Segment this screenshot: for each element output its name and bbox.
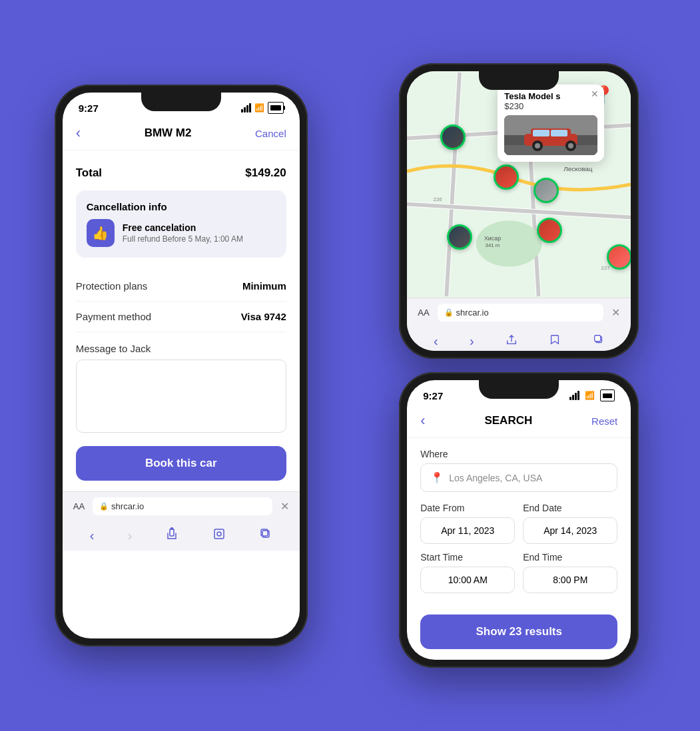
svg-point-31: [568, 143, 573, 148]
popup-price: $230: [504, 101, 597, 111]
svg-rect-0: [170, 529, 174, 536]
book-button[interactable]: Book this car: [76, 446, 286, 481]
free-cancellation-text: Free cancelation: [123, 222, 243, 233]
safari-nav-right-top: ‹ ›: [407, 327, 631, 351]
safari-url-left: shrcar.io: [111, 501, 144, 511]
svg-rect-33: [594, 336, 600, 342]
message-label: Message to Jack: [76, 343, 286, 354]
car-marker-6[interactable]: [607, 244, 631, 270]
popup-car-image: [504, 115, 597, 155]
total-amount: $149.20: [245, 166, 286, 180]
cancel-button-left[interactable]: Cancel: [255, 128, 286, 139]
show-results-button[interactable]: Show 23 results: [420, 614, 617, 649]
status-icons-left: 📶: [241, 102, 284, 114]
status-bar-left: 9:27 📶: [63, 93, 300, 119]
safari-nav-left: ‹ ›: [63, 521, 300, 551]
search-back-button[interactable]: ‹: [420, 412, 425, 429]
location-input[interactable]: 📍 Los Angeles, CA, USA: [420, 463, 617, 492]
map-container: Хисар 341 m Лесковац 158 226 227: [407, 71, 631, 298]
safari-share-left[interactable]: [165, 527, 178, 544]
safari-back-left[interactable]: ‹: [90, 528, 95, 543]
end-date-input[interactable]: Apr 14, 2023: [523, 517, 617, 544]
svg-point-29: [535, 143, 540, 148]
time-grid: Start Time 10:00 AM End Time 8:00 PM: [420, 552, 617, 593]
cancellation-title: Cancellation info: [87, 201, 276, 212]
safari-bar-right-top: AA 🔒 shrcar.io ✕: [407, 298, 631, 327]
car-marker-2[interactable]: [494, 164, 519, 190]
phone-screen-right-top: Хисар 341 m Лесковац 158 226 227: [407, 71, 631, 351]
map-popup: ✕ Tesla Model s $230: [498, 85, 604, 162]
status-bar-bottom: 9:27 📶: [407, 380, 631, 407]
svg-text:226: 226: [434, 196, 443, 202]
svg-point-2: [217, 532, 221, 536]
end-time-label: End Time: [523, 552, 617, 563]
safari-bar-left: AA 🔒 shrcar.io ✕: [63, 491, 300, 521]
nav-bar-left: ‹ BMW M2 Cancel: [63, 119, 300, 150]
end-date-label: End Date: [523, 503, 617, 513]
right-column: Хисар 341 m Лесковац 158 226 227: [358, 63, 681, 668]
safari-back-right-top[interactable]: ‹: [434, 334, 438, 349]
wifi-icon-bottom: 📶: [585, 391, 595, 400]
signal-icon: [241, 103, 251, 113]
booking-content: Total $149.20 Cancellation info 👍 Free c…: [63, 150, 300, 491]
thumb-icon: 👍: [87, 219, 115, 247]
phone-screen-right-bottom: 9:27 📶: [407, 380, 631, 660]
total-row: Total $149.20: [76, 161, 286, 190]
refund-info-text: Full refund Before 5 May, 1:00 AM: [123, 234, 243, 244]
protection-row: Protection plans Minimum: [76, 271, 286, 302]
where-label: Where: [420, 449, 617, 459]
safari-tabs-left[interactable]: [259, 527, 272, 544]
search-nav-bar: ‹ SEARCH Reset: [407, 407, 631, 438]
safari-forward-right-top[interactable]: ›: [470, 334, 474, 349]
cancellation-text: Free cancelation Full refund Before 5 Ma…: [123, 222, 243, 244]
start-time-value: 10:00 AM: [430, 575, 505, 585]
car-marker-1[interactable]: [440, 124, 466, 150]
left-phone: 9:27 📶: [20, 20, 342, 711]
date-from-label: Date From: [420, 503, 515, 513]
svg-text:341 m: 341 m: [486, 242, 500, 248]
safari-bookmarks-right-top[interactable]: [549, 334, 561, 349]
end-time-section: End Time 8:00 PM: [523, 552, 617, 593]
safari-aa-left[interactable]: AA: [73, 501, 85, 511]
start-time-label: Start Time: [420, 552, 515, 563]
protection-label: Protection plans: [76, 280, 148, 292]
cancellation-detail: 👍 Free cancelation Full refund Before 5 …: [87, 219, 276, 247]
search-content: Where 📍 Los Angeles, CA, USA Date From A…: [407, 438, 631, 660]
car-marker-4[interactable]: [537, 218, 562, 243]
svg-rect-26: [533, 130, 549, 136]
payment-value: Visa 9742: [241, 311, 286, 322]
popup-close-btn[interactable]: ✕: [591, 89, 599, 99]
car-marker-5[interactable]: [447, 224, 472, 250]
safari-forward-left[interactable]: ›: [128, 528, 133, 543]
safari-aa-right-top[interactable]: AA: [418, 308, 429, 318]
date-from-input[interactable]: Apr 11, 2023: [420, 517, 515, 544]
car-marker-3[interactable]: [533, 178, 559, 203]
safari-url-bar-left[interactable]: 🔒 shrcar.io: [93, 497, 272, 515]
start-time-input[interactable]: 10:00 AM: [420, 567, 515, 593]
nav-title-left: BMW M2: [145, 126, 192, 140]
location-text: Los Angeles, CA, USA: [449, 473, 542, 483]
phone-frame-right-top: Хисар 341 m Лесковац 158 226 227: [399, 63, 639, 359]
back-button-left[interactable]: ‹: [76, 124, 81, 142]
safari-url-bar-right-top[interactable]: 🔒 shrcar.io: [438, 304, 604, 322]
reset-button[interactable]: Reset: [591, 415, 617, 427]
svg-text:Лесковац: Лесковац: [564, 165, 593, 172]
svg-text:227: 227: [601, 265, 610, 271]
protection-value: Minimum: [242, 280, 286, 292]
payment-label: Payment method: [76, 311, 151, 322]
phone-screen-left: 9:27 📶: [63, 93, 300, 638]
map-background: Хисар 341 m Лесковац 158 226 227: [407, 71, 631, 298]
safari-close-left[interactable]: ✕: [280, 500, 289, 513]
message-input[interactable]: [76, 360, 286, 433]
safari-close-right-top[interactable]: ✕: [611, 306, 620, 319]
safari-tabs-right-top[interactable]: [593, 334, 605, 349]
svg-rect-1: [214, 529, 224, 539]
safari-bookmarks-left[interactable]: [212, 527, 226, 544]
end-time-input[interactable]: 8:00 PM: [523, 567, 617, 593]
wifi-icon: 📶: [254, 103, 264, 113]
end-date-section: End Date Apr 14, 2023: [523, 503, 617, 544]
cancellation-box: Cancellation info 👍 Free cancelation Ful…: [76, 190, 286, 258]
battery-icon: [268, 102, 284, 114]
total-label: Total: [76, 166, 102, 180]
safari-share-right-top[interactable]: [506, 334, 518, 349]
